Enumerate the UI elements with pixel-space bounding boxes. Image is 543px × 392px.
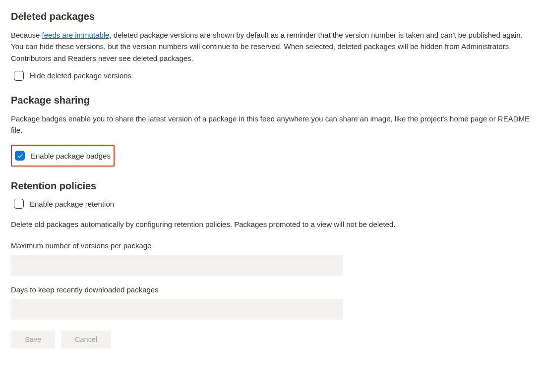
hide-deleted-checkbox-row: Hide deleted package versions: [14, 71, 532, 81]
checkmark-icon: [17, 153, 23, 159]
package-sharing-heading: Package sharing: [11, 95, 532, 106]
save-button[interactable]: Save: [11, 331, 55, 348]
enable-badges-checkbox[interactable]: [15, 151, 25, 161]
enable-retention-checkbox-row: Enable package retention: [14, 199, 532, 209]
retention-description: Delete old packages automatically by con…: [11, 219, 532, 230]
desc-text-before: Because: [11, 31, 42, 39]
hide-deleted-checkbox[interactable]: [14, 71, 24, 81]
action-buttons: Save Cancel: [11, 331, 532, 348]
enable-retention-label[interactable]: Enable package retention: [30, 200, 114, 208]
enable-badges-highlight: Enable package badges: [11, 145, 115, 167]
max-versions-field: Maximum number of versions per package: [11, 241, 532, 276]
package-sharing-section: Package sharing Package badges enable yo…: [11, 95, 532, 167]
retention-policies-heading: Retention policies: [11, 180, 532, 192]
hide-deleted-label[interactable]: Hide deleted package versions: [30, 71, 131, 80]
days-keep-field: Days to keep recently downloaded package…: [11, 285, 532, 320]
feeds-immutable-link[interactable]: feeds are immutable: [42, 31, 110, 39]
cancel-button[interactable]: Cancel: [61, 331, 111, 348]
days-keep-label: Days to keep recently downloaded package…: [11, 285, 532, 294]
deleted-packages-section: Deleted packages Because feeds are immut…: [11, 11, 532, 81]
deleted-packages-description: Because feeds are immutable, deleted pac…: [11, 29, 532, 64]
max-versions-input[interactable]: [11, 255, 343, 276]
enable-retention-checkbox[interactable]: [14, 199, 24, 209]
max-versions-label: Maximum number of versions per package: [11, 241, 532, 250]
enable-badges-label[interactable]: Enable package badges: [31, 152, 111, 160]
retention-policies-section: Retention policies Enable package retent…: [11, 180, 532, 348]
deleted-packages-heading: Deleted packages: [11, 11, 532, 22]
days-keep-input[interactable]: [11, 299, 343, 320]
package-sharing-description: Package badges enable you to share the l…: [11, 113, 532, 136]
